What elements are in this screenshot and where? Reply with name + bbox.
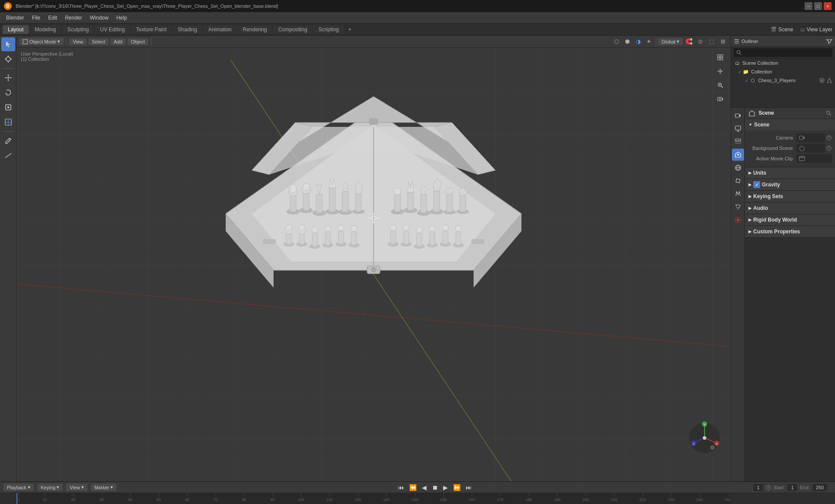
- scene-properties-button[interactable]: [732, 149, 744, 161]
- play-reverse-button[interactable]: ◀: [420, 483, 428, 492]
- tab-scripting[interactable]: Scripting: [313, 25, 344, 34]
- rotate-tool-button[interactable]: [1, 86, 15, 99]
- svg-rect-32: [369, 118, 378, 125]
- timeline-ruler[interactable]: 1102030405060708090100110120130140150160…: [17, 493, 731, 504]
- render-properties-button[interactable]: [732, 109, 744, 122]
- custom-properties-section-header[interactable]: ▶ Custom Properties: [745, 226, 835, 237]
- close-button[interactable]: ✕: [824, 2, 832, 10]
- tab-shading[interactable]: Shading: [173, 25, 202, 34]
- tab-sculpting[interactable]: Sculpting: [62, 25, 94, 34]
- camera-field[interactable]: [796, 133, 825, 142]
- collection-icon: 📁: [742, 68, 749, 75]
- svg-rect-73: [329, 188, 335, 212]
- tab-modeling[interactable]: Modeling: [30, 25, 61, 34]
- tab-uv-editing[interactable]: UV Editing: [95, 25, 130, 34]
- stop-button[interactable]: ⏹: [430, 483, 440, 492]
- overlay-toggle-button[interactable]: ⬚: [706, 37, 717, 46]
- keying-dropdown[interactable]: Keying ▾: [37, 484, 63, 491]
- navigation-gizmo[interactable]: Y X Z: [687, 421, 722, 455]
- move-tool-button[interactable]: [1, 71, 15, 85]
- annotate-tool-button[interactable]: [1, 134, 15, 148]
- svg-point-147: [737, 51, 740, 54]
- view-menu-button[interactable]: View: [69, 38, 87, 45]
- rendered-shading-button[interactable]: ☀: [644, 37, 654, 46]
- jump-start-button[interactable]: ⏮: [396, 483, 406, 492]
- menu-edit[interactable]: Edit: [45, 14, 61, 22]
- object-menu-button[interactable]: Object: [127, 38, 148, 45]
- outliner-chess-object[interactable]: ✓ ⬡ Chess_3_Players: [731, 76, 835, 85]
- start-frame-field[interactable]: 1: [788, 484, 797, 491]
- rigid-body-world-section-header[interactable]: ▶ Rigid Body World: [745, 214, 835, 225]
- play-button[interactable]: ▶: [441, 483, 450, 492]
- keying-sets-section-header[interactable]: ▶ Keying Sets: [745, 191, 835, 202]
- jump-end-button[interactable]: ⏭: [464, 483, 474, 492]
- measure-tool-button[interactable]: [1, 149, 15, 162]
- viewport[interactable]: Object Mode ▾ View Select Add Object ⬡ ⬢…: [17, 36, 731, 481]
- grid-toggle-button[interactable]: [714, 51, 726, 63]
- tab-rendering[interactable]: Rendering: [237, 25, 272, 34]
- select-tool-button[interactable]: [1, 37, 15, 51]
- select-menu-button[interactable]: Select: [88, 38, 109, 45]
- pan-button[interactable]: [714, 65, 726, 77]
- solid-shading-button[interactable]: ⬢: [622, 37, 632, 46]
- material-shading-button[interactable]: ◑: [633, 37, 643, 46]
- camera-button[interactable]: [714, 93, 726, 105]
- active-movie-clip-field[interactable]: [796, 154, 832, 163]
- outliner-filter-icon[interactable]: [826, 38, 832, 44]
- camera-picker-icon[interactable]: [826, 135, 832, 141]
- xray-toggle-button[interactable]: ⊞: [718, 37, 728, 46]
- transform-tool-button[interactable]: [1, 115, 15, 129]
- playback-dropdown[interactable]: Playback ▾: [3, 484, 34, 491]
- maximize-button[interactable]: □: [814, 2, 822, 10]
- output-properties-button[interactable]: [732, 123, 744, 135]
- physics-icon: [735, 217, 741, 223]
- outliner-collection[interactable]: ✓ 📁 Collection: [731, 67, 835, 76]
- background-scene-field[interactable]: [796, 144, 825, 153]
- gravity-section-header[interactable]: ▶ ✓ Gravity: [745, 179, 835, 190]
- properties-search-icon[interactable]: [826, 110, 832, 116]
- outliner-scene-collection[interactable]: 🗂 Scene Collection: [731, 59, 835, 67]
- current-frame-field[interactable]: 1: [753, 484, 763, 491]
- minimize-button[interactable]: ─: [805, 2, 812, 10]
- viewport-visibility-icon[interactable]: [826, 77, 832, 83]
- cursor-tool-button[interactable]: [1, 52, 15, 66]
- snap-toggle-button[interactable]: 🧲: [684, 37, 694, 46]
- menu-window[interactable]: Window: [87, 14, 112, 22]
- scene-section-header[interactable]: ▼ Scene: [745, 119, 835, 130]
- tab-animation[interactable]: Animation: [203, 25, 237, 34]
- object-properties-button[interactable]: [732, 175, 744, 187]
- world-properties-button[interactable]: [732, 162, 744, 174]
- physics-properties-button[interactable]: [732, 214, 744, 226]
- particles-properties-button[interactable]: [732, 201, 744, 213]
- units-section-header[interactable]: ▶ Units: [745, 167, 835, 179]
- playhead[interactable]: [17, 493, 17, 504]
- proportional-edit-button[interactable]: ⊙: [695, 37, 705, 46]
- menu-blender[interactable]: Blender: [3, 14, 27, 22]
- view-dropdown[interactable]: View ▾: [66, 484, 87, 491]
- object-mode-dropdown[interactable]: Object Mode ▾: [19, 38, 63, 45]
- wireframe-shading-button[interactable]: ⬡: [611, 37, 621, 46]
- marker-dropdown[interactable]: Marker ▾: [91, 484, 117, 491]
- step-back-button[interactable]: ⏪: [407, 483, 418, 492]
- transform-orientation-dropdown[interactable]: Global ▾: [658, 38, 683, 45]
- rigid-body-chevron: ▶: [748, 218, 752, 222]
- tab-texture-paint[interactable]: Texture Paint: [131, 25, 172, 34]
- svg-rect-110: [447, 194, 453, 212]
- step-forward-button[interactable]: ⏩: [451, 483, 462, 492]
- tab-compositing[interactable]: Compositing: [273, 25, 313, 34]
- gravity-checkbox[interactable]: ✓: [753, 181, 760, 188]
- menu-help[interactable]: Help: [113, 14, 130, 22]
- add-workspace-button[interactable]: +: [345, 25, 355, 34]
- render-visibility-icon[interactable]: [819, 77, 825, 83]
- add-menu-button[interactable]: Add: [110, 38, 126, 45]
- audio-section-header[interactable]: ▶ Audio: [745, 202, 835, 214]
- menu-render[interactable]: Render: [61, 14, 85, 22]
- modifier-properties-button[interactable]: [732, 188, 744, 200]
- end-frame-field[interactable]: 250: [812, 484, 827, 491]
- view-layer-properties-button[interactable]: [732, 136, 744, 148]
- zoom-button[interactable]: [714, 79, 726, 91]
- scale-tool-button[interactable]: [1, 100, 15, 114]
- tab-layout[interactable]: Layout: [3, 25, 29, 34]
- bg-scene-picker-icon[interactable]: [826, 145, 832, 151]
- menu-file[interactable]: File: [28, 14, 43, 22]
